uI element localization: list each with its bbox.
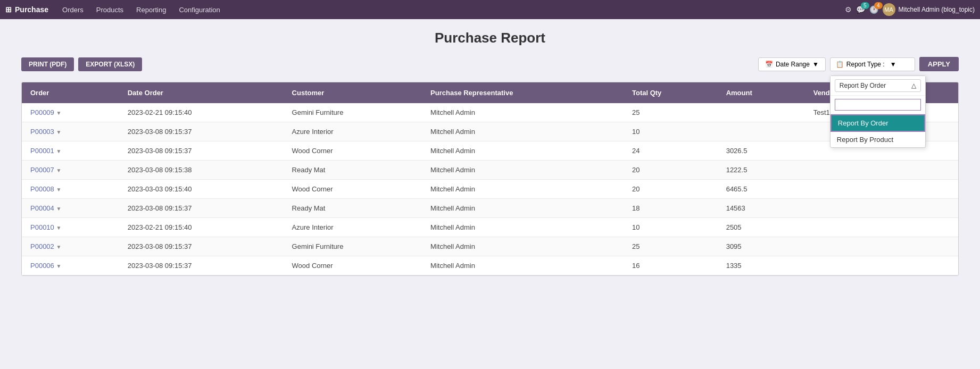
row-dropdown-arrow[interactable]: ▼ xyxy=(56,225,61,231)
table-row: P00002 ▼ 2023-03-08 09:15:37 Gemini Furn… xyxy=(22,237,958,256)
cell-order: P00003 ▼ xyxy=(22,122,119,141)
toolbar-right: 📅 Date Range ▼ 📋 Report Type : ▼ R xyxy=(758,57,959,71)
order-link[interactable]: P00009 xyxy=(30,108,54,116)
dropdown-item-report-by-product[interactable]: Report By Product xyxy=(830,132,925,147)
table-row: P00008 ▼ 2023-03-03 09:15:40 Wood Corner… xyxy=(22,180,958,199)
dropdown-search-container xyxy=(830,96,925,114)
cell-amount: 3095 xyxy=(718,237,805,256)
date-range-label: Date Range xyxy=(776,61,810,68)
activity-icon[interactable]: 🕐 4 xyxy=(869,5,878,14)
cell-order: P00009 ▼ xyxy=(22,103,119,122)
cell-order: P00004 ▼ xyxy=(22,199,119,218)
cell-customer: Wood Corner xyxy=(284,256,422,275)
dropdown-selected-text: Report By Order xyxy=(840,82,886,89)
cell-total-qty: 24 xyxy=(624,141,718,161)
menu-orders[interactable]: Orders xyxy=(57,4,89,16)
toolbar: PRINT (PDF) EXPORT (XLSX) 📅 Date Range ▼… xyxy=(21,57,959,71)
report-type-dropdown-menu: Report By Order △ Report By Order Report… xyxy=(830,76,926,148)
row-dropdown-arrow[interactable]: ▼ xyxy=(56,110,61,116)
menu-configuration[interactable]: Configuration xyxy=(173,4,225,16)
cell-rep: Mitchell Admin xyxy=(422,103,624,122)
table-row: P00006 ▼ 2023-03-08 09:15:37 Wood Corner… xyxy=(22,256,958,275)
settings-icon[interactable]: ⚙ xyxy=(845,5,852,14)
menu-products[interactable]: Products xyxy=(91,4,129,16)
cell-vendor-ref xyxy=(805,256,958,275)
user-menu[interactable]: MA Mitchell Admin (blog_topic) xyxy=(883,3,975,16)
export-xlsx-button[interactable]: EXPORT (XLSX) xyxy=(78,57,142,71)
cell-vendor-ref xyxy=(805,161,958,180)
order-link[interactable]: P00008 xyxy=(30,185,54,193)
main-menu: Orders Products Reporting Configuration xyxy=(57,4,226,16)
table-header-row: Order Date Order Customer Purchase Repre… xyxy=(22,82,958,103)
apply-button[interactable]: APPLY xyxy=(919,57,959,71)
row-dropdown-arrow[interactable]: ▼ xyxy=(56,206,61,212)
cell-total-qty: 16 xyxy=(624,256,718,275)
cell-rep: Mitchell Admin xyxy=(422,122,624,141)
order-link[interactable]: P00010 xyxy=(30,223,54,231)
cell-order: P00001 ▼ xyxy=(22,141,119,161)
row-dropdown-arrow[interactable]: ▼ xyxy=(56,263,61,269)
row-dropdown-arrow[interactable]: ▼ xyxy=(56,187,61,192)
chat-badge: 5 xyxy=(861,2,869,9)
report-type-button[interactable]: 📋 Report Type : ▼ xyxy=(830,57,915,71)
cell-date-order: 2023-03-08 09:15:37 xyxy=(119,237,284,256)
cell-customer: Gemini Furniture xyxy=(284,237,422,256)
menu-reporting[interactable]: Reporting xyxy=(131,4,171,16)
cell-date-order: 2023-03-08 09:15:37 xyxy=(119,256,284,275)
cell-vendor-ref xyxy=(805,180,958,199)
table-row: P00010 ▼ 2023-02-21 09:15:40 Azure Inter… xyxy=(22,218,958,237)
cell-date-order: 2023-02-21 09:15:40 xyxy=(119,103,284,122)
cell-total-qty: 20 xyxy=(624,161,718,180)
cell-total-qty: 25 xyxy=(624,237,718,256)
row-dropdown-arrow[interactable]: ▼ xyxy=(56,129,61,135)
cell-customer: Gemini Furniture xyxy=(284,103,422,122)
cell-order: P00007 ▼ xyxy=(22,161,119,180)
cell-order: P00002 ▼ xyxy=(22,237,119,256)
app-logo[interactable]: ⊞ Purchase xyxy=(5,5,48,14)
row-dropdown-arrow[interactable]: ▼ xyxy=(56,148,61,154)
cell-order: P00010 ▼ xyxy=(22,218,119,237)
cell-rep: Mitchell Admin xyxy=(422,256,624,275)
col-amount: Amount xyxy=(718,82,805,103)
cell-rep: Mitchell Admin xyxy=(422,218,624,237)
page-content: Purchase Report PRINT (PDF) EXPORT (XLSX… xyxy=(0,19,980,287)
table-row: P00007 ▼ 2023-03-08 09:15:38 Ready Mat M… xyxy=(22,161,958,180)
row-dropdown-arrow[interactable]: ▼ xyxy=(56,167,61,173)
chat-icon[interactable]: 💬 5 xyxy=(856,5,865,14)
order-link[interactable]: P00001 xyxy=(30,147,54,155)
cell-customer: Wood Corner xyxy=(284,180,422,199)
cell-date-order: 2023-03-08 09:15:38 xyxy=(119,161,284,180)
grid-icon: ⊞ xyxy=(5,5,12,14)
order-link[interactable]: P00006 xyxy=(30,262,54,270)
data-table-container: Order Date Order Customer Purchase Repre… xyxy=(21,82,959,276)
print-pdf-button[interactable]: PRINT (PDF) xyxy=(21,57,74,71)
order-link[interactable]: P00002 xyxy=(30,242,54,250)
user-name: Mitchell Admin (blog_topic) xyxy=(899,6,975,13)
cell-order: P00008 ▼ xyxy=(22,180,119,199)
cell-date-order: 2023-03-08 09:15:37 xyxy=(119,141,284,161)
purchase-report-table: Order Date Order Customer Purchase Repre… xyxy=(22,82,958,275)
report-type-label: Report Type : xyxy=(846,61,885,68)
report-type-icon: 📋 xyxy=(836,61,844,68)
date-range-arrow: ▼ xyxy=(812,61,819,68)
cell-total-qty: 10 xyxy=(624,122,718,141)
cell-amount: 14563 xyxy=(718,199,805,218)
dropdown-search-input[interactable] xyxy=(835,99,921,111)
row-dropdown-arrow[interactable]: ▼ xyxy=(56,244,61,250)
cell-amount: 1335 xyxy=(718,256,805,275)
dropdown-current-value[interactable]: Report By Order △ xyxy=(835,79,921,92)
order-link[interactable]: P00003 xyxy=(30,128,54,136)
topnav-right: ⚙ 💬 5 🕐 4 MA Mitchell Admin (blog_topic) xyxy=(845,3,975,16)
cell-rep: Mitchell Admin xyxy=(422,161,624,180)
col-date-order: Date Order xyxy=(119,82,284,103)
dropdown-item-report-by-order[interactable]: Report By Order xyxy=(830,114,925,132)
cell-customer: Azure Interior xyxy=(284,122,422,141)
order-link[interactable]: P00007 xyxy=(30,166,54,174)
cell-amount: 2505 xyxy=(718,218,805,237)
table-row: P00003 ▼ 2023-03-08 09:15:37 Azure Inter… xyxy=(22,122,958,141)
cell-amount xyxy=(718,103,805,122)
date-range-button[interactable]: 📅 Date Range ▼ xyxy=(758,57,826,71)
order-link[interactable]: P00004 xyxy=(30,204,54,212)
app-name: Purchase xyxy=(15,5,48,14)
cell-rep: Mitchell Admin xyxy=(422,141,624,161)
